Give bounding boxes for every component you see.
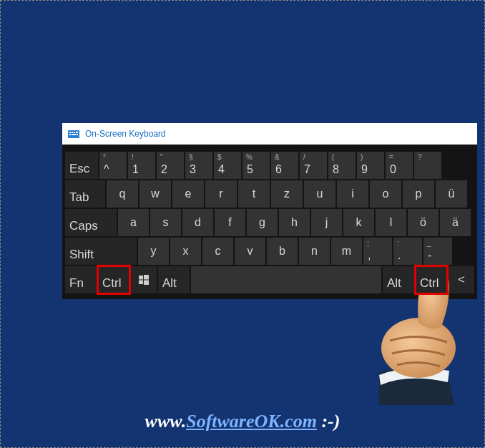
key-f[interactable]: f [215,209,245,236]
key-m[interactable]: m [331,238,362,265]
key-0[interactable]: =0 [386,152,413,179]
key-question[interactable]: ? [414,152,441,179]
key-t[interactable]: t [238,180,270,208]
svg-rect-1 [69,132,71,133]
key-7[interactable]: /7 [300,152,327,179]
key-b[interactable]: b [267,238,298,265]
key-s[interactable]: s [150,209,181,236]
key-r[interactable]: r [205,180,237,208]
key-dash[interactable]: _- [423,238,452,265]
key-period[interactable]: :. [393,238,422,265]
svg-rect-7 [77,134,78,135]
key-y[interactable]: y [138,238,169,265]
key-1[interactable]: !1 [128,152,155,179]
svg-rect-6 [72,134,76,135]
key-tab[interactable]: Tab [65,180,105,208]
key-e[interactable]: e [172,180,204,208]
key-space[interactable] [191,266,381,293]
key-a[interactable]: a [118,209,149,236]
svg-rect-5 [69,134,71,135]
svg-rect-9 [144,275,149,280]
kb-row-1: Tab q w e r t z u i o p ü [65,180,474,208]
svg-rect-3 [74,132,75,133]
key-9[interactable]: )9 [357,152,384,179]
key-k[interactable]: k [343,209,374,236]
titlebar[interactable]: On-Screen Keyboard [62,123,477,145]
key-ae[interactable]: ä [440,209,471,236]
key-g[interactable]: g [247,209,278,236]
key-shift[interactable]: Shift [65,238,137,265]
key-q[interactable]: q [107,180,138,208]
key-ctrl-left[interactable]: Ctrl [98,266,129,293]
svg-rect-8 [139,276,143,280]
key-j[interactable]: j [311,209,342,236]
key-ue[interactable]: ü [436,180,467,208]
key-3[interactable]: §3 [185,152,212,179]
svg-rect-11 [144,281,149,286]
key-caret[interactable]: °^ [99,152,127,179]
key-p[interactable]: p [403,180,434,208]
key-h[interactable]: h [279,209,310,236]
key-z[interactable]: z [271,180,303,208]
key-ctrl-right[interactable]: Ctrl [416,266,447,293]
kb-row-0: Esc °^ !1 "2 §3 $4 %5 &6 /7 (8 )9 =0 ? [65,152,474,179]
key-oe[interactable]: ö [408,209,439,236]
watermark-suffix: :-) [317,411,340,432]
key-6[interactable]: &6 [271,152,298,179]
key-2[interactable]: "2 [157,152,184,179]
key-u[interactable]: u [304,180,335,208]
windows-icon [139,275,149,285]
key-c[interactable]: c [202,238,233,265]
key-alt-left[interactable]: Alt [158,266,190,293]
key-n[interactable]: n [299,238,330,265]
watermark-link[interactable]: SoftwareOK.com [186,411,317,432]
svg-rect-2 [72,132,73,133]
key-d[interactable]: d [182,209,213,236]
key-o[interactable]: o [370,180,401,208]
key-x[interactable]: x [170,238,201,265]
svg-rect-4 [76,132,78,133]
watermark: www.SoftwareOK.com :-) [0,411,485,432]
key-esc[interactable]: Esc [65,152,98,179]
svg-point-12 [381,318,456,378]
key-5[interactable]: %5 [242,152,270,179]
kb-row-2: Caps a s d f g h j k l ö ä [65,209,474,236]
key-comma[interactable]: ;, [363,238,392,265]
key-i[interactable]: i [337,180,368,208]
svg-rect-10 [139,281,143,285]
window-title: On-Screen Keyboard [85,129,166,139]
key-v[interactable]: v [235,238,265,265]
key-4[interactable]: $4 [214,152,241,179]
watermark-prefix: www. [145,411,187,432]
key-w[interactable]: w [139,180,171,208]
key-windows[interactable] [131,266,157,293]
key-fn[interactable]: Fn [65,266,97,293]
key-l[interactable]: l [376,209,406,236]
key-8[interactable]: (8 [328,152,356,179]
kb-row-3: Shift y x c v b n m ;, :. _- [65,238,474,265]
thumbs-up-icon [358,262,472,405]
key-caps[interactable]: Caps [65,209,117,236]
keyboard-icon [68,130,79,138]
